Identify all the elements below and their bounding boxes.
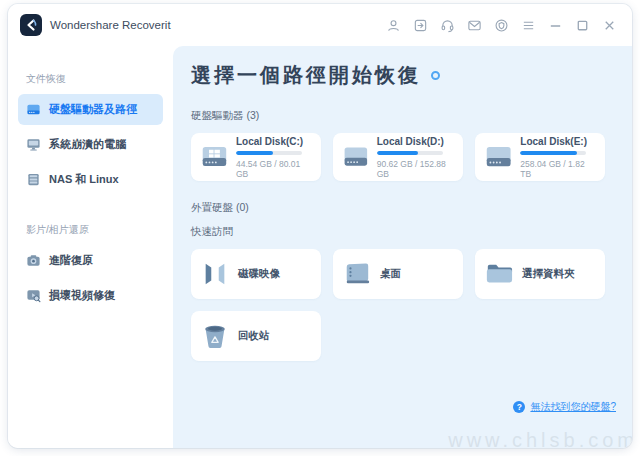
sidebar-item-label: 損壞視頻修復: [49, 288, 115, 303]
sidebar-item-video-repair[interactable]: 損壞視頻修復: [18, 280, 163, 311]
drive-name: Local Disk(E:): [520, 136, 596, 147]
drive-usage-bar: [377, 151, 443, 155]
sidebar-item-label: 硬盤驅動器及路徑: [49, 102, 137, 117]
sidebar-item-hard-drives[interactable]: 硬盤驅動器及路徑: [18, 94, 163, 125]
titlebar-actions: [384, 16, 618, 34]
windows-drive-icon: [200, 143, 229, 171]
question-circle-icon: ?: [513, 401, 525, 413]
mail-icon[interactable]: [465, 16, 483, 34]
quick-card-disk-image[interactable]: 磁碟映像: [191, 249, 321, 299]
drive-icon: [26, 102, 41, 117]
drive-icon: [484, 143, 513, 171]
sidebar-section-file-recovery: 文件恢復: [26, 72, 163, 86]
quick-access-label: 快速訪問: [191, 225, 612, 239]
sidebar-item-label: 系統崩潰的電腦: [49, 137, 126, 152]
recoverit-logo-icon: [20, 14, 42, 36]
drives-section-label: 硬盤驅動器 (3): [191, 109, 612, 123]
monitor-icon: [26, 137, 41, 152]
minimize-icon[interactable]: [546, 16, 564, 34]
quick-card-label: 選擇資料夾: [522, 267, 575, 281]
app-window: Wondershare Recoverit: [8, 4, 632, 448]
sidebar-section-video-photo: 影片/相片還原: [26, 223, 163, 237]
disk-image-icon: [200, 260, 230, 288]
drive-card-c[interactable]: Local Disk(C:) 44.54 GB / 80.01 GB: [191, 133, 321, 181]
drives-grid: Local Disk(C:) 44.54 GB / 80.01 GB: [191, 133, 611, 181]
sidebar-item-advanced-recovery[interactable]: 進階復原: [18, 245, 163, 276]
refresh-ring-icon[interactable]: [431, 71, 440, 80]
drive-name: Local Disk(D:): [377, 136, 454, 147]
drive-card-e[interactable]: Local Disk(E:) 258.04 GB / 1.82 TB: [475, 133, 605, 181]
quick-card-label: 桌面: [380, 267, 401, 281]
drive-icon: [342, 143, 370, 171]
quick-card-select-folder[interactable]: 選擇資料夾: [475, 249, 605, 299]
sidebar: 文件恢復 硬盤驅動器及路徑 系統崩潰的電腦: [8, 46, 173, 448]
drive-size: 258.04 GB / 1.82 TB: [520, 159, 596, 179]
quick-card-recycle-bin[interactable]: 回收站: [191, 311, 321, 361]
quick-card-label: 回收站: [238, 329, 270, 343]
headset-icon[interactable]: [438, 16, 456, 34]
sidebar-item-nas-linux[interactable]: NAS 和 Linux: [18, 164, 163, 195]
titlebar: Wondershare Recoverit: [8, 4, 632, 46]
badge-icon[interactable]: [492, 16, 510, 34]
nas-icon: [26, 172, 41, 187]
app-title: Wondershare Recoverit: [50, 19, 171, 31]
quick-card-label: 磁碟映像: [238, 267, 280, 281]
user-icon[interactable]: [384, 16, 402, 34]
drive-card-d[interactable]: Local Disk(D:) 90.62 GB / 152.88 GB: [333, 133, 463, 181]
drive-usage-bar: [520, 151, 586, 155]
main-panel: 選擇一個路徑開始恢復 硬盤驅動器 (3) Local Disk(C:): [173, 46, 632, 448]
desktop-icon: [342, 260, 372, 288]
drive-usage-bar: [236, 151, 302, 155]
sidebar-item-label: 進階復原: [49, 253, 93, 268]
drive-name: Local Disk(C:): [236, 136, 312, 147]
menu-list-icon[interactable]: [519, 16, 537, 34]
folder-icon: [484, 260, 514, 288]
quick-access-grid: 磁碟映像 桌面 選擇資料夾: [191, 249, 611, 361]
page-title: 選擇一個路徑開始恢復: [191, 62, 421, 89]
maximize-icon[interactable]: [573, 16, 591, 34]
close-icon[interactable]: [600, 16, 618, 34]
sidebar-item-label: NAS 和 Linux: [49, 172, 119, 187]
help-link-text: 無法找到您的硬盤?: [530, 400, 616, 414]
sidebar-item-crashed-computer[interactable]: 系統崩潰的電腦: [18, 129, 163, 160]
camera-icon: [26, 253, 41, 268]
recycle-bin-icon: [200, 322, 230, 350]
external-section-label: 外置硬盤 (0): [191, 201, 612, 215]
video-repair-icon: [26, 288, 41, 303]
cant-find-drive-link[interactable]: ? 無法找到您的硬盤?: [513, 400, 616, 414]
drive-size: 44.54 GB / 80.01 GB: [236, 159, 312, 179]
login-icon[interactable]: [411, 16, 429, 34]
watermark: www.chlsb.com: [448, 429, 632, 448]
quick-card-desktop[interactable]: 桌面: [333, 249, 463, 299]
drive-size: 90.62 GB / 152.88 GB: [377, 159, 454, 179]
